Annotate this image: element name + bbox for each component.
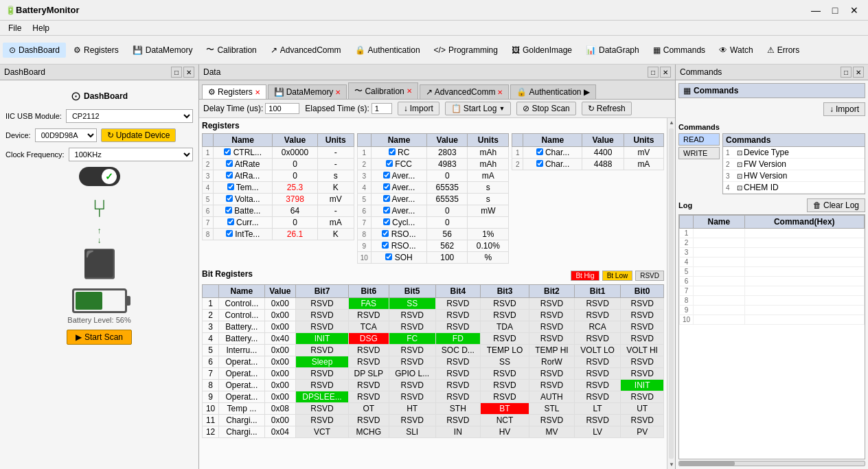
registers-tab-close[interactable]: ✕ xyxy=(255,89,260,96)
tab-registers[interactable]: ⚙ Registers ✕ xyxy=(202,84,266,99)
panel-restore-btn[interactable]: □ xyxy=(171,67,182,78)
toolbar-registers[interactable]: ⚙ Registers xyxy=(67,43,125,58)
row-checkbox[interactable] xyxy=(536,160,543,167)
toolbar-calibration[interactable]: 〜 Calibration xyxy=(200,41,262,58)
toolbar-auth[interactable]: 🔒 Authentication xyxy=(349,43,426,58)
calibration-tab-close[interactable]: ✕ xyxy=(407,87,412,95)
maximize-button[interactable]: □ xyxy=(827,3,843,17)
cmd-item-4[interactable]: 4 ⊡ CHEM ID xyxy=(723,182,865,194)
start-scan-button[interactable]: ▶ Start Scan xyxy=(67,330,132,345)
toolbar-datagraph[interactable]: 📊 DataGraph xyxy=(580,43,646,58)
goldenimage-icon: 🖼 xyxy=(512,45,520,55)
row-checkbox[interactable] xyxy=(386,160,393,167)
commands-inner: ▦ Commands ↓ Import Commands READ WRITE xyxy=(676,80,868,469)
import-button[interactable]: ↓ Import xyxy=(398,102,439,115)
cmd-num-3: 3 xyxy=(726,172,735,180)
row-checkbox[interactable] xyxy=(224,148,231,155)
cmd-item-1[interactable]: 1 ⊡ Device Type xyxy=(723,147,865,159)
row-checkbox[interactable] xyxy=(382,230,389,237)
table-row: FC xyxy=(389,333,435,345)
table-row: 0x00 xyxy=(264,368,296,380)
toolbar-dashboard[interactable]: ⊙ DashBoard xyxy=(3,43,66,58)
row-checkbox[interactable] xyxy=(383,183,390,190)
data-close-btn[interactable]: ✕ xyxy=(660,67,671,78)
table-row: RSVD xyxy=(296,403,349,415)
right-scrollbar[interactable]: ▲ ▼ xyxy=(667,118,675,469)
cmd-item-2[interactable]: 2 ⊡ FW Version xyxy=(723,159,865,170)
row-checkbox[interactable] xyxy=(383,195,390,202)
menu-file[interactable]: File xyxy=(3,22,27,34)
update-device-button[interactable]: ↻ Update Device xyxy=(101,128,176,142)
close-button[interactable]: ✕ xyxy=(846,3,863,17)
scroll-up-arrow[interactable]: ▲ xyxy=(667,118,675,127)
data-restore-btn[interactable]: □ xyxy=(648,67,659,78)
module-select[interactable]: CP2112 xyxy=(66,109,193,123)
toolbar-advcomm[interactable]: ↗ AdvancedComm xyxy=(264,43,347,58)
panel-close-btn[interactable]: ✕ xyxy=(183,67,194,78)
row-checkbox[interactable] xyxy=(225,207,232,214)
list-item xyxy=(744,248,864,258)
minimize-button[interactable]: — xyxy=(808,3,824,17)
commands-restore-btn[interactable]: □ xyxy=(841,67,852,78)
log-scrollbar[interactable] xyxy=(678,461,865,466)
row-checkbox[interactable] xyxy=(389,148,396,155)
tab-auth[interactable]: 🔒 Authentication ▶ xyxy=(510,84,595,99)
window-controls: — □ ✕ xyxy=(808,3,863,17)
refresh-button[interactable]: ↻ Refresh xyxy=(582,102,632,115)
toggle-switch[interactable]: ✓ xyxy=(79,167,120,186)
commands-import-button[interactable]: ↓ Import xyxy=(823,102,865,116)
row-checkbox[interactable] xyxy=(382,242,389,249)
table-row: STH xyxy=(435,403,481,415)
row-checkbox[interactable] xyxy=(226,160,233,167)
row-checkbox[interactable] xyxy=(383,207,390,214)
table-row: RSVD xyxy=(296,415,349,426)
table-row: DSG xyxy=(348,333,389,345)
table-row: RSVD xyxy=(435,391,481,403)
table-row: 0 xyxy=(273,159,318,170)
table-row: RSVD xyxy=(348,356,389,368)
log-clear-icon: 🗑 xyxy=(813,201,821,210)
table-row: RSVD xyxy=(435,415,481,426)
toolbar-commands[interactable]: ▦ Commands xyxy=(647,43,711,58)
clock-label: Clock Frequency: xyxy=(5,150,65,159)
start-log-button[interactable]: 📋 Start Log xyxy=(445,102,512,115)
stop-scan-button[interactable]: ⊘ Stop Scan xyxy=(516,102,575,115)
table-row: 10 xyxy=(357,252,371,264)
device-select[interactable]: 00D9D98A xyxy=(35,128,97,142)
log-icon: 📋 xyxy=(451,104,461,113)
bit-table-header-cell: Bit1 xyxy=(574,285,620,298)
advcomm-tab-close[interactable]: ✕ xyxy=(497,89,503,96)
toolbar-errors[interactable]: ⚠ Errors xyxy=(761,43,806,58)
row-checkbox[interactable] xyxy=(226,230,233,237)
row-checkbox[interactable] xyxy=(383,172,390,179)
registers-area: Registers Name Value xyxy=(199,118,667,441)
menu-help[interactable]: Help xyxy=(27,22,55,34)
write-button[interactable]: WRITE xyxy=(678,147,720,159)
toolbar-programming[interactable]: </> Programming xyxy=(428,43,504,58)
row-checkbox[interactable] xyxy=(385,253,392,260)
cmd-item-3[interactable]: 3 ⊡ HW Version xyxy=(723,170,865,182)
toolbar-watch[interactable]: 👁 Watch xyxy=(713,43,760,58)
col-name-2: Name xyxy=(371,134,426,147)
toolbar-goldenimage[interactable]: 🖼 GoldenImage xyxy=(505,43,578,58)
elapsed-input[interactable] xyxy=(372,103,392,114)
row-checkbox[interactable] xyxy=(226,172,233,179)
toolbar-datamemory[interactable]: 💾 DataMemory xyxy=(126,43,199,58)
row-checkbox[interactable] xyxy=(536,148,543,155)
row-checkbox[interactable] xyxy=(227,183,234,190)
read-button[interactable]: READ xyxy=(678,133,720,146)
tab-advcomm[interactable]: ↗ AdvancedComm ✕ xyxy=(420,84,510,99)
clock-select[interactable]: 100KHz xyxy=(69,148,193,161)
tab-datamemory[interactable]: 💾 DataMemory ✕ xyxy=(268,84,347,99)
row-checkbox[interactable] xyxy=(226,195,233,202)
cmd-left: READ WRITE xyxy=(678,133,720,194)
scroll-down-arrow[interactable]: ▼ xyxy=(667,460,675,469)
log-clear-button[interactable]: 🗑 Clear Log xyxy=(807,198,865,212)
tab-calibration[interactable]: 〜 Calibration ✕ xyxy=(348,82,418,99)
commands-close-btn[interactable]: ✕ xyxy=(853,67,864,78)
col-num-3 xyxy=(512,134,523,147)
row-checkbox[interactable] xyxy=(227,218,234,225)
datamemory-tab-close[interactable]: ✕ xyxy=(335,89,341,96)
row-checkbox[interactable] xyxy=(383,218,390,225)
delay-input[interactable] xyxy=(265,103,299,114)
